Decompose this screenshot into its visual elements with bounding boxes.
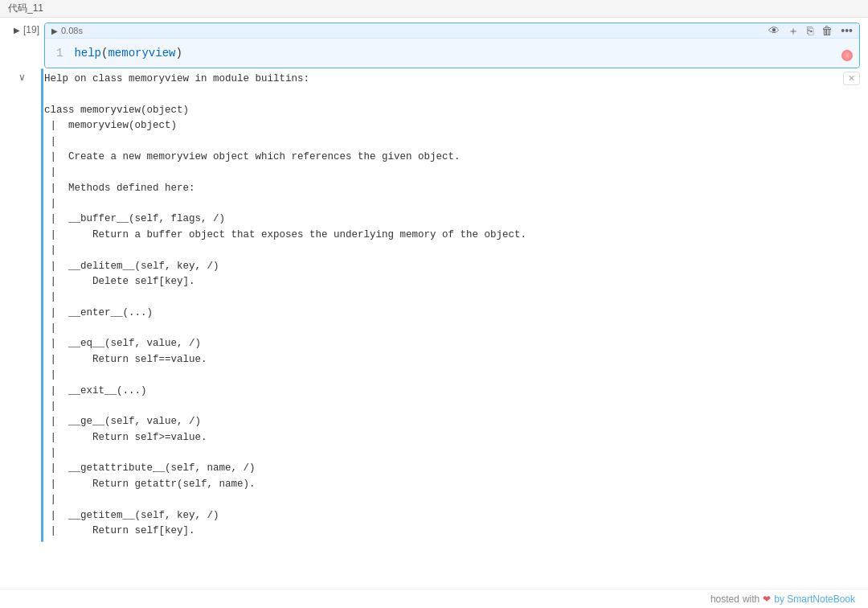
footer: hosted with ❤ by SmartNoteBook	[0, 589, 868, 608]
output-row: ∨ ✕ Help on class memoryview in module b…	[0, 68, 868, 542]
with-label: with	[743, 594, 760, 605]
cell-number-inner: ▶ [19]	[14, 24, 39, 35]
output-left-col: ∨	[0, 68, 44, 542]
cell-number: [19]	[23, 24, 39, 35]
add-cell-icon[interactable]: ＋	[788, 25, 799, 36]
copy-cell-icon[interactable]: ⎘	[807, 25, 813, 36]
code-cell: ▶ 0.08s 👁 ＋ ⎘ 🗑 ••• 1help(memoryview)	[44, 23, 860, 68]
line-number-1: 1	[56, 47, 63, 60]
timing-value: 0.08s	[61, 26, 83, 35]
heart-icon: ❤	[763, 594, 771, 605]
code-cell-row: ▶ [19] ▶ 0.08s 👁 ＋ ⎘ 🗑 •••	[0, 18, 868, 68]
cell-number-col: ▶ [19]	[0, 18, 44, 68]
code-cell-toolbar: ▶ 0.08s 👁 ＋ ⎘ 🗑 •••	[45, 23, 859, 39]
footer-text: hosted with ❤ by SmartNoteBook	[710, 594, 855, 605]
code-paren-close: )	[175, 47, 182, 60]
pink-dot-indicator	[841, 50, 853, 61]
output-text: Help on class memoryview in module built…	[44, 68, 860, 542]
clear-output-button[interactable]: ✕	[843, 72, 860, 85]
run-triangle-icon[interactable]: ▶	[14, 26, 20, 35]
brand-label: by SmartNoteBook	[774, 594, 855, 605]
toolbar-right: 👁 ＋ ⎘ 🗑 •••	[768, 25, 853, 36]
run-indicator-icon: ▶	[51, 27, 58, 35]
top-bar: 代码_11	[0, 0, 868, 18]
cell-main: ▶ 0.08s 👁 ＋ ⎘ 🗑 ••• 1help(memoryview)	[44, 18, 868, 68]
notebook-title: 代码_11	[8, 2, 43, 15]
code-text: help	[74, 47, 101, 60]
code-content[interactable]: 1help(memoryview)	[45, 39, 859, 68]
more-options-icon[interactable]: •••	[841, 25, 853, 36]
delete-cell-icon[interactable]: 🗑	[821, 25, 833, 36]
code-arg: memoryview	[108, 47, 175, 60]
collapse-output-icon[interactable]: ∨	[18, 72, 26, 83]
cell-timing: ▶ 0.08s	[51, 26, 83, 35]
eye-icon[interactable]: 👁	[768, 25, 780, 36]
output-main: ✕ Help on class memoryview in module bui…	[44, 68, 868, 542]
notebook-container: ▶ [19] ▶ 0.08s 👁 ＋ ⎘ 🗑 •••	[0, 18, 868, 608]
hosted-label: hosted	[710, 594, 739, 605]
